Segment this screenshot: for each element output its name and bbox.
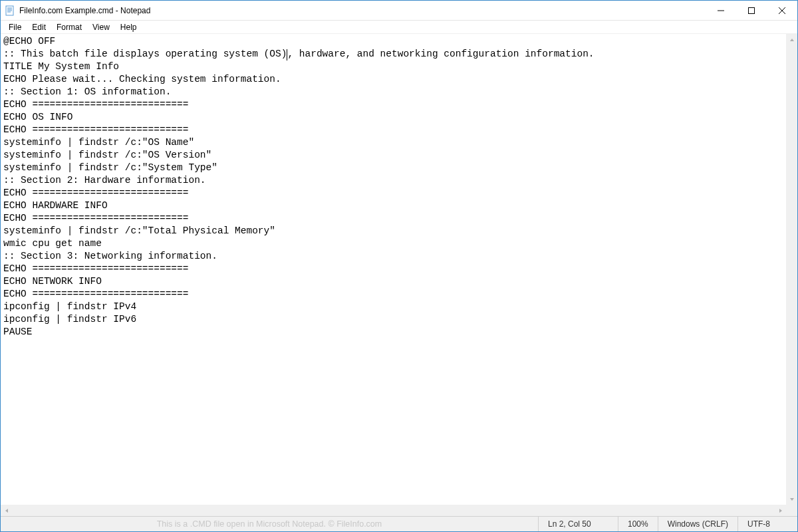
menu-file[interactable]: File	[3, 21, 27, 33]
vertical-scrollbar[interactable]	[786, 34, 797, 505]
menu-format[interactable]: Format	[51, 21, 87, 33]
status-message: This is a .CMD file open in Microsoft No…	[1, 517, 538, 531]
text-fragment: :: This batch file displays operating sy…	[3, 49, 287, 59]
scroll-down-button[interactable]	[786, 493, 797, 505]
text-fragment: , hardware, and networking configuration…	[287, 49, 594, 59]
menu-view[interactable]: View	[87, 21, 115, 33]
text-block: TITLE My System Info ECHO Please wait...…	[3, 61, 281, 337]
notepad-window: FileInfo.com Example.cmd - Notepad File …	[0, 0, 798, 532]
window-controls	[706, 1, 797, 20]
scroll-up-button[interactable]	[786, 34, 797, 45]
menu-edit[interactable]: Edit	[27, 21, 51, 33]
horizontal-scrollbar[interactable]	[1, 505, 786, 516]
minimize-button[interactable]	[706, 1, 736, 21]
status-line-ending: Windows (CRLF)	[658, 517, 737, 531]
svg-marker-10	[790, 498, 794, 501]
status-cursor-position: Ln 2, Col 50	[538, 517, 618, 531]
scroll-corner	[786, 505, 797, 516]
svg-marker-11	[5, 509, 8, 513]
title-bar: FileInfo.com Example.cmd - Notepad	[1, 1, 797, 21]
menu-bar: File Edit Format View Help	[1, 21, 797, 34]
text-editor[interactable]: @ECHO OFF :: This batch file displays op…	[1, 34, 786, 505]
status-encoding: UTF-8	[737, 517, 797, 531]
scroll-right-button[interactable]	[775, 505, 786, 516]
scroll-track-h[interactable]	[12, 505, 775, 516]
scroll-track-v[interactable]	[786, 45, 797, 493]
maximize-button[interactable]	[736, 1, 767, 21]
svg-marker-12	[779, 509, 782, 513]
window-title: FileInfo.com Example.cmd - Notepad	[19, 6, 706, 15]
svg-marker-9	[790, 39, 794, 41]
status-zoom: 100%	[618, 517, 658, 531]
notepad-icon	[5, 5, 15, 16]
menu-help[interactable]: Help	[115, 21, 142, 33]
editor-area: @ECHO OFF :: This batch file displays op…	[1, 34, 797, 516]
text-caret	[287, 49, 287, 61]
text-line: :: This batch file displays operating sy…	[3, 49, 595, 59]
svg-rect-6	[749, 8, 755, 14]
text-line: @ECHO OFF	[3, 36, 55, 47]
status-bar: This is a .CMD file open in Microsoft No…	[1, 516, 797, 531]
scroll-left-button[interactable]	[1, 505, 12, 516]
close-button[interactable]	[767, 1, 797, 21]
